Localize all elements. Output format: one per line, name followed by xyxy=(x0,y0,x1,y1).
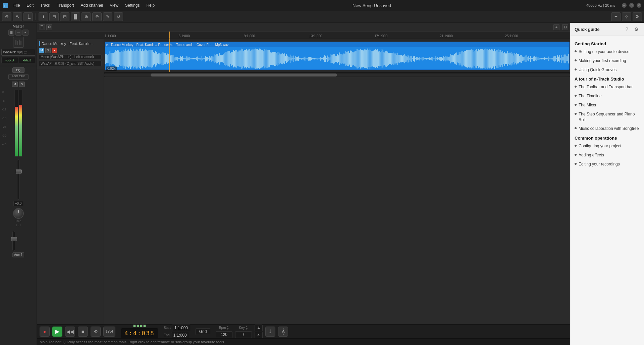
qg-item-timeline[interactable]: The Timeline xyxy=(575,93,640,99)
tuner-button[interactable]: ♩ xyxy=(265,327,275,337)
svg-rect-439 xyxy=(508,53,508,64)
tool-subtract[interactable]: ⊖ xyxy=(92,12,102,21)
track-routing-1[interactable]: Mono (WasAPI: ...io) - Left channel) xyxy=(39,54,102,59)
qg-item-add-effects[interactable]: Adding effects xyxy=(575,152,640,158)
menu-help[interactable]: Help xyxy=(144,2,157,8)
tool-gear[interactable]: ⚙ xyxy=(633,12,642,21)
volume-fader-thumb[interactable] xyxy=(16,169,22,174)
aux-send-label[interactable]: Aux 1 xyxy=(12,252,24,257)
qg-item-toolbar[interactable]: The Toolbar and Transport bar xyxy=(575,84,640,90)
time-sig-top[interactable]: 4 xyxy=(255,325,263,331)
play-button[interactable]: ▶ xyxy=(52,327,62,337)
qg-item-first-recording[interactable]: Making your first recording xyxy=(575,58,640,64)
track-eq-btn[interactable]: EQ xyxy=(12,67,24,73)
timeline-scrollbar[interactable] xyxy=(104,72,570,77)
wasapi-device-selector[interactable]: WasAPI: 마이크 배열... xyxy=(1,49,35,56)
maximize-button[interactable]: □ xyxy=(629,3,634,8)
svg-rect-504 xyxy=(568,54,569,63)
start-value[interactable]: 1:1:000 xyxy=(172,325,190,331)
tool-share[interactable]: ⊹ xyxy=(622,12,631,21)
tool-multitrack[interactable]: ⊕ xyxy=(2,12,11,21)
svg-rect-196 xyxy=(282,53,283,64)
tool-pencil[interactable]: ⎿ xyxy=(23,12,33,21)
track-options-btn[interactable]: ☰ xyxy=(8,30,14,36)
waveform-clip[interactable]: ▷ Dance Monkey - Feat. Karolina Protsenk… xyxy=(105,42,570,70)
menu-file[interactable]: File xyxy=(11,2,22,8)
rewind-button[interactable]: ◀◀ xyxy=(65,327,75,337)
tool-edit[interactable]: ✎ xyxy=(103,12,112,21)
minimize-button[interactable]: ─ xyxy=(622,3,627,8)
scrollbar-thumb[interactable] xyxy=(151,73,337,77)
zoom-fit-btn[interactable]: ⊡ xyxy=(562,24,568,30)
quick-guide-title: Quick guide xyxy=(575,27,621,32)
tool-fx[interactable]: ✦ xyxy=(611,12,621,21)
track-solo-btn[interactable]: S xyxy=(45,48,51,53)
grid-value[interactable]: Grid xyxy=(196,328,210,335)
key-down[interactable]: ▼ xyxy=(246,328,248,331)
svg-rect-12 xyxy=(111,53,112,65)
loop-button[interactable]: ⟲ xyxy=(91,327,101,337)
quick-guide-help-btn[interactable]: ? xyxy=(623,26,631,33)
qg-item-mixer[interactable]: The Mixer xyxy=(575,102,640,108)
track-dots-btn[interactable]: ⋯ xyxy=(15,30,21,36)
tool-info[interactable]: ℹ xyxy=(39,12,48,21)
qg-item-configure[interactable]: Configuring your project xyxy=(575,143,640,149)
qg-item-quick-grooves[interactable]: Using Quick Grooves xyxy=(575,67,640,73)
track-routing-2[interactable]: WasAPI: 프로파 (C_ant ISST Audio) xyxy=(39,61,102,67)
tool-mix[interactable]: ▐▌ xyxy=(71,12,80,21)
solo-button[interactable]: S xyxy=(19,82,25,87)
menu-addchannel[interactable]: Add channel xyxy=(78,2,106,8)
svg-rect-366 xyxy=(440,57,441,61)
svg-rect-368 xyxy=(442,58,443,60)
stop-button[interactable]: ■ xyxy=(78,327,88,337)
qg-item-edit-recordings[interactable]: Editing your recordings xyxy=(575,161,640,167)
svg-rect-236 xyxy=(319,58,320,59)
qg-item-songtree[interactable]: Music collaboration with Songtree xyxy=(575,126,640,132)
mute-button[interactable]: M xyxy=(12,82,18,87)
bpm-value[interactable]: 120 xyxy=(216,331,232,338)
qg-item-audio-setup[interactable]: Setting up your audio device xyxy=(575,49,640,55)
record-button[interactable]: ● xyxy=(40,327,50,337)
waveform-clip-header: ▷ Dance Monkey - Feat. Karolina Protsenk… xyxy=(105,42,569,47)
bpm-down[interactable]: ▼ xyxy=(226,328,229,331)
svg-rect-503 xyxy=(567,56,568,61)
waveform-canvas: // Generated waveform bars xyxy=(105,47,569,70)
pitch-button[interactable]: 𝄞 xyxy=(278,327,288,337)
menu-track[interactable]: Track xyxy=(38,2,53,8)
svg-rect-38 xyxy=(136,50,136,68)
svg-rect-51 xyxy=(148,50,148,67)
track-settings-btn[interactable]: ⚙ xyxy=(46,24,52,30)
playhead[interactable] xyxy=(169,32,170,39)
close-button[interactable]: ✕ xyxy=(637,3,641,8)
key-value[interactable]: / xyxy=(235,331,252,338)
track-list-btn[interactable]: ☰ xyxy=(39,24,45,30)
svg-rect-122 xyxy=(214,56,214,62)
tool-undo[interactable]: ↺ xyxy=(114,12,123,21)
pan-knob[interactable] xyxy=(13,208,24,219)
svg-rect-154 xyxy=(243,51,244,66)
quick-guide-settings-btn[interactable]: ⚙ xyxy=(633,26,640,33)
qg-item-step-sequencer[interactable]: The Step Sequencer and Piano Roll xyxy=(575,111,640,123)
tool-pointer[interactable]: ↖ xyxy=(13,12,22,21)
menu-settings[interactable]: Settings xyxy=(122,2,142,8)
menu-edit[interactable]: Edit xyxy=(24,2,36,8)
add-efx-button[interactable]: ADD EFX xyxy=(8,74,29,80)
end-value[interactable]: 1:1:000 xyxy=(171,332,189,339)
track-record-btn[interactable]: ● xyxy=(52,48,57,53)
svg-rect-200 xyxy=(286,54,287,63)
track-waveform-area-1[interactable]: ▷ Dance Monkey - Feat. Karolina Protsenk… xyxy=(104,39,570,72)
metronome-button[interactable]: 1234 xyxy=(103,327,115,337)
track-mute-btn[interactable]: M xyxy=(39,48,44,53)
track-add-channel-btn[interactable]: + xyxy=(553,24,559,30)
svg-rect-116 xyxy=(208,58,209,59)
menu-view[interactable]: View xyxy=(107,2,121,8)
svg-rect-456 xyxy=(524,57,524,60)
track-add-btn[interactable]: + xyxy=(22,30,29,36)
svg-rect-165 xyxy=(254,49,254,68)
aux-fader-thumb[interactable] xyxy=(11,237,17,241)
tool-snap[interactable]: ⊟ xyxy=(60,12,69,21)
time-sig-bot[interactable]: 4 xyxy=(255,332,263,339)
tool-grid[interactable]: ⊞ xyxy=(49,12,59,21)
tool-add[interactable]: ⊕ xyxy=(82,12,91,21)
menu-transport[interactable]: Transport xyxy=(54,2,77,8)
